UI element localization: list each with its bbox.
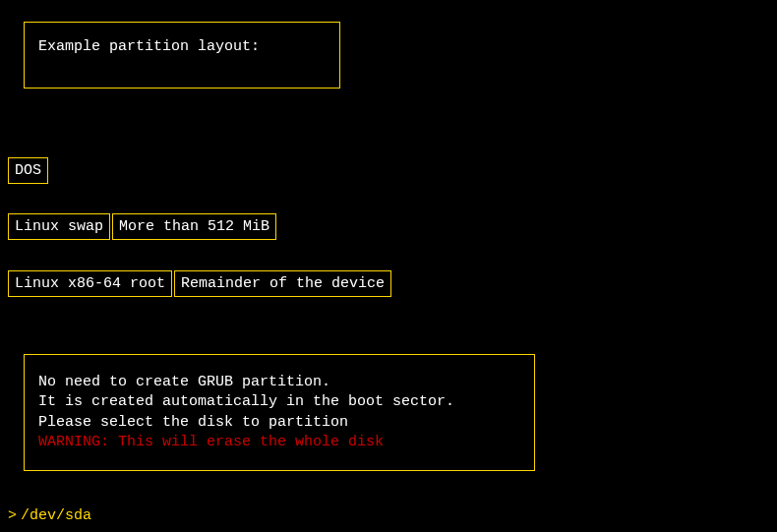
partition-type-label: Linux swap bbox=[15, 218, 103, 235]
partition-size-box: Remainder of the device bbox=[174, 270, 391, 297]
partition-size-label: More than 512 MiB bbox=[119, 218, 269, 235]
info-box: No need to create GRUB partition. It is … bbox=[24, 354, 535, 471]
info-line-2: It is created automatically in the boot … bbox=[38, 392, 520, 412]
partition-size-label: Remainder of the device bbox=[181, 275, 385, 292]
partition-row-swap: Linux swap More than 512 MiB bbox=[8, 213, 278, 240]
partition-type-box: Linux swap bbox=[8, 213, 110, 240]
info-line-3: Please select the disk to partition bbox=[38, 413, 520, 433]
partition-row-root: Linux x86-64 root Remainder of the devic… bbox=[8, 270, 393, 297]
warning-text: WARNING: This will erase the whole disk bbox=[38, 433, 520, 452]
header-title: Example partition layout: bbox=[38, 38, 260, 55]
partition-type-box: Linux x86-64 root bbox=[8, 270, 172, 297]
prompt-input-value[interactable]: /dev/sda bbox=[21, 507, 91, 524]
partition-type-label: Linux x86-64 root bbox=[15, 275, 165, 292]
partition-table-type-box: DOS bbox=[8, 157, 48, 184]
example-layout-header: Example partition layout: bbox=[24, 22, 340, 89]
info-line-1: No need to create GRUB partition. bbox=[38, 373, 520, 392]
prompt-line[interactable]: >/dev/sda bbox=[8, 507, 91, 524]
partition-table-type: DOS bbox=[15, 162, 41, 179]
partition-size-box: More than 512 MiB bbox=[112, 213, 276, 240]
prompt-symbol: > bbox=[8, 507, 17, 524]
